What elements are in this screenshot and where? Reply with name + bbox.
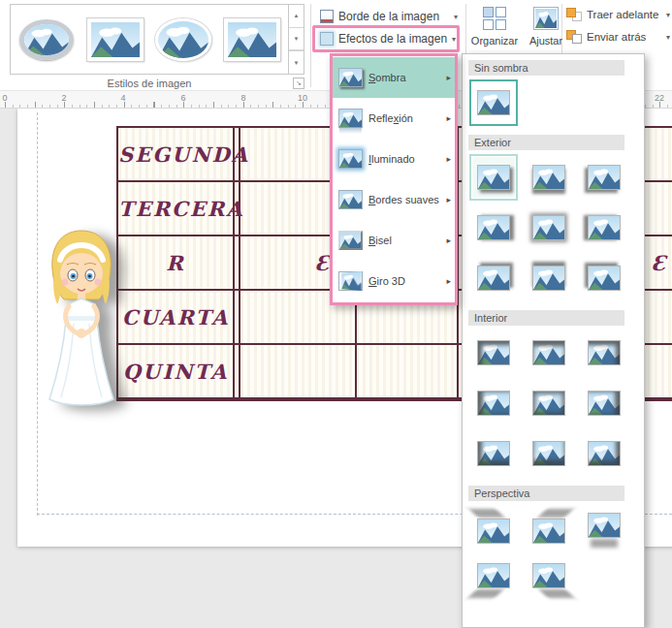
- picture-style-thumbnail: [19, 19, 74, 60]
- shadow-option[interactable]: [472, 433, 515, 474]
- table-cell-text[interactable]: CUARTA: [118, 305, 233, 330]
- effects-menu-item[interactable]: Bordes suaves ▸: [333, 179, 455, 220]
- shadow-option[interactable]: [472, 258, 515, 298]
- gallery-scroll-up-button[interactable]: ▲: [289, 5, 304, 28]
- caret-down-icon: ▾: [454, 13, 458, 21]
- shadow-option[interactable]: [583, 508, 625, 549]
- shadow-option[interactable]: [528, 258, 570, 298]
- gallery-more-button[interactable]: ▼: [289, 50, 304, 74]
- submenu-arrow-icon: ▸: [446, 73, 451, 82]
- picture-style-option[interactable]: [152, 9, 214, 71]
- ruler-number: 2: [61, 93, 66, 103]
- caret-down-icon: ▾: [452, 35, 456, 44]
- shadow-option[interactable]: [528, 383, 570, 424]
- table-cell-text[interactable]: Ɛ: [648, 251, 671, 275]
- effect-thumbnail-icon: [338, 149, 363, 169]
- submenu-arrow-icon: ▸: [446, 236, 451, 245]
- shadow-option[interactable]: [472, 332, 515, 373]
- effects-menu-item[interactable]: Giro 3D ▸: [333, 261, 455, 301]
- gallery-section-header: Perspectiva: [468, 486, 624, 501]
- picture-effects-icon: [320, 32, 334, 46]
- effect-thumbnail-icon: [338, 190, 363, 209]
- menu-item-label: Giro 3D: [368, 275, 440, 287]
- shadow-option[interactable]: [528, 508, 570, 549]
- picture-style-option[interactable]: [16, 9, 78, 71]
- shadow-option[interactable]: [528, 558, 570, 599]
- shadow-option[interactable]: [583, 383, 625, 424]
- shadow-option[interactable]: [583, 433, 625, 474]
- shadow-gallery-section: Perspectiva: [468, 486, 638, 603]
- effects-menu-item[interactable]: Iluminado ▸: [333, 139, 455, 179]
- picture-effects-button[interactable]: Efectos de la imagen ▾: [312, 25, 460, 52]
- gallery-section-grid: [468, 80, 638, 127]
- effects-menu-item[interactable]: Sombra ▸: [333, 57, 455, 98]
- arrange-icon: [483, 7, 506, 30]
- shadow-option[interactable]: [583, 332, 625, 373]
- shadow-option-thumbnail: [532, 266, 565, 291]
- shadow-option-thumbnail: [532, 441, 565, 466]
- table-cell-text[interactable]: QUINTA: [118, 360, 233, 384]
- shadow-option[interactable]: [528, 433, 570, 474]
- bring-forward-label: Traer adelante: [587, 9, 658, 20]
- shadow-option-thumbnail: [532, 563, 565, 588]
- gallery-section-header: Exterior: [468, 135, 624, 150]
- shadow-option-thumbnail: [477, 215, 510, 240]
- submenu-arrow-icon: ▸: [446, 276, 451, 286]
- picture-border-icon: [320, 10, 334, 23]
- shadow-option[interactable]: [472, 207, 515, 248]
- shadow-option[interactable]: [472, 383, 515, 424]
- table-cell-text[interactable]: SEGUNDA: [118, 142, 233, 167]
- shadow-option-thumbnail: [588, 340, 621, 365]
- shadow-option[interactable]: [528, 157, 570, 198]
- table-cell-text[interactable]: R: [118, 251, 233, 275]
- shadow-option[interactable]: [472, 82, 515, 123]
- table-cell-text[interactable]: TERCERA: [118, 197, 233, 221]
- picture-styles-gallery: ▲ ▼ ▼: [10, 4, 304, 75]
- effects-menu-item[interactable]: Bisel ▸: [333, 220, 455, 261]
- shadow-option[interactable]: [472, 157, 515, 198]
- gallery-scroll-down-button[interactable]: ▼: [289, 28, 304, 51]
- dialog-launcher-icon[interactable]: ↘: [293, 78, 304, 89]
- shadow-option-thumbnail: [588, 441, 621, 466]
- submenu-arrow-icon: ▸: [446, 113, 451, 123]
- shadow-option-thumbnail: [532, 340, 565, 365]
- picture-effects-label: Efectos de la imagen: [338, 32, 447, 46]
- effect-thumbnail-icon: [338, 68, 363, 87]
- ruler-number: 8: [240, 93, 245, 103]
- bring-forward-icon: [566, 8, 582, 21]
- send-backward-button[interactable]: Enviar atrás ▾: [566, 30, 670, 44]
- picture-style-thumbnail: [155, 18, 211, 61]
- caret-down-icon: ▾: [666, 33, 670, 42]
- shadow-gallery-section: Sin sombra: [468, 60, 638, 127]
- shadow-option-thumbnail: [588, 215, 621, 240]
- shadow-option-thumbnail: [477, 441, 510, 466]
- shadow-option-thumbnail: [477, 518, 510, 544]
- picture-style-option[interactable]: [221, 9, 283, 71]
- picture-border-button[interactable]: Borde de la imagen ▾: [320, 6, 462, 27]
- effect-thumbnail-icon: [338, 271, 363, 291]
- adjust-icon: [533, 7, 559, 30]
- shadow-option[interactable]: [583, 258, 625, 298]
- shadow-option[interactable]: [472, 558, 515, 599]
- shadow-option[interactable]: [583, 157, 625, 198]
- effects-menu-item[interactable]: Reflexión ▸: [333, 98, 455, 139]
- picture-style-option[interactable]: [84, 9, 146, 71]
- application-window: ▲ ▼ ▼ Estilos de imagen ↘ Borde de la im…: [0, 0, 672, 628]
- send-backward-label: Enviar atrás: [587, 31, 646, 43]
- gallery-section-grid: [468, 155, 638, 302]
- ruler-number: 10: [298, 93, 307, 103]
- shadow-option-thumbnail: [477, 266, 510, 291]
- shadow-option[interactable]: [528, 207, 570, 248]
- shadow-option-thumbnail: [477, 90, 510, 115]
- shadow-option[interactable]: [472, 508, 515, 549]
- submenu-arrow-icon: ▸: [446, 154, 451, 164]
- ruler-number: 0: [2, 93, 7, 103]
- picture-girl-clipart[interactable]: [35, 219, 128, 411]
- shadow-option[interactable]: [528, 332, 570, 373]
- shadow-option-thumbnail: [532, 391, 565, 416]
- bring-forward-button[interactable]: Traer adelante ▾: [566, 8, 670, 21]
- shadow-option[interactable]: [583, 207, 625, 248]
- ruler-number: 22: [655, 93, 664, 103]
- menu-item-label: Bisel: [368, 235, 440, 246]
- shadow-option-thumbnail: [588, 165, 621, 190]
